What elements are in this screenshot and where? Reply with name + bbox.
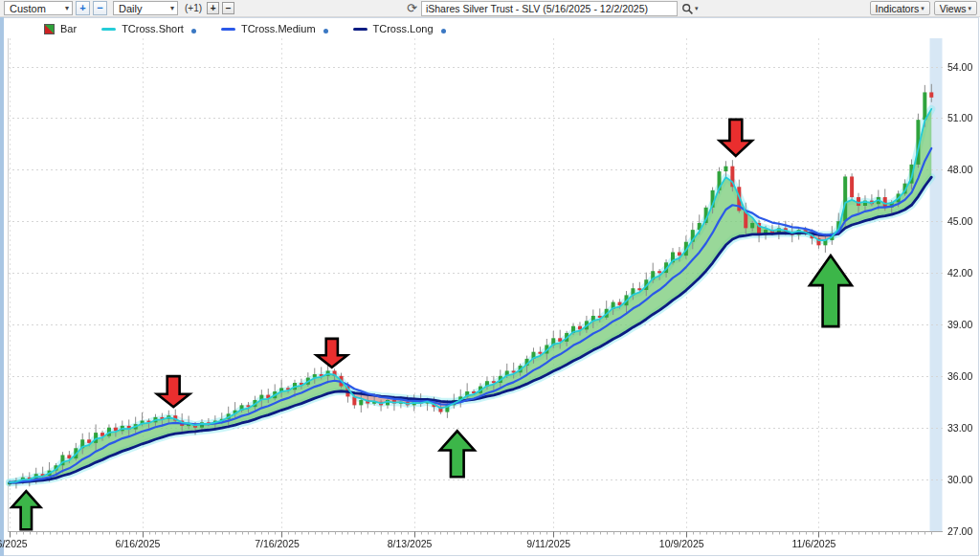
legend-item-bar[interactable]: Bar xyxy=(44,23,77,34)
y-axis-label: 39.00 xyxy=(947,319,972,330)
range-zoom-in-button[interactable]: + xyxy=(76,1,90,15)
y-axis-label: 51.00 xyxy=(947,112,972,123)
date-range-select[interactable]: Custom ▾ xyxy=(4,1,73,15)
chevron-down-icon: ▾ xyxy=(695,5,699,12)
chevron-down-icon: ▾ xyxy=(921,5,924,12)
price-chart-canvas[interactable] xyxy=(0,0,980,557)
bar-plus-button[interactable]: + xyxy=(207,2,219,14)
indicators-button[interactable]: Indicators ▾ xyxy=(870,1,930,15)
tcross-long-line-icon xyxy=(353,28,368,31)
symbol-search-button[interactable]: ▾ xyxy=(681,3,699,15)
y-axis-label: 42.00 xyxy=(947,267,972,278)
chevron-down-icon: ▾ xyxy=(968,5,971,12)
legend-item-tcross-medium[interactable]: TCross.Medium xyxy=(221,23,328,34)
y-axis-label: 33.00 xyxy=(947,422,972,434)
tcross-medium-line-icon xyxy=(221,28,235,31)
bar-series-icon xyxy=(44,24,55,34)
x-axis-label: 11/6/2025 xyxy=(791,538,835,549)
chevron-down-icon: ▾ xyxy=(170,5,174,12)
indicators-button-label: Indicators xyxy=(876,3,920,14)
toolbar-left-group: Custom ▾ + − Daily ▾ (+1) + − xyxy=(0,1,234,15)
period-value: Daily xyxy=(119,3,142,14)
y-axis-label: 54.00 xyxy=(947,61,972,73)
x-axis-label: 9/11/2025 xyxy=(526,538,570,549)
x-axis-label: 7/16/2025 xyxy=(255,538,300,549)
chevron-down-icon: ▾ xyxy=(65,5,69,12)
x-axis-label: 5/16/2025 xyxy=(0,538,28,549)
x-axis-label: 10/9/2025 xyxy=(659,538,704,549)
bar-offset-label: (+1) xyxy=(185,3,202,13)
chart-legend: Bar TCross.Short TCross.Medium TCross.Lo… xyxy=(44,22,446,35)
y-axis-label: 36.00 xyxy=(947,370,972,382)
x-axis-label: 6/16/2025 xyxy=(116,538,161,549)
legend-item-tcross-short[interactable]: TCross.Short xyxy=(101,23,196,34)
date-range-value: Custom xyxy=(10,3,46,14)
period-select[interactable]: Daily ▾ xyxy=(113,1,178,15)
charting-app-window: { "toolbar": { "range_select": "Custom",… xyxy=(0,0,980,557)
toolbar-center-group: ⟳ iShares Silver Trust - SLV (5/16/2025 … xyxy=(407,1,698,16)
search-icon xyxy=(681,3,694,15)
range-zoom-out-button[interactable]: − xyxy=(93,1,107,15)
legend-info-dot-icon[interactable] xyxy=(441,29,446,33)
views-button-label: Views xyxy=(940,3,967,14)
toolbar-right-group: Indicators ▾ Views ▾ xyxy=(870,1,977,15)
tcross-short-line-icon xyxy=(101,28,116,31)
y-axis-label: 45.00 xyxy=(947,215,972,227)
legend-info-dot-icon[interactable] xyxy=(191,29,196,33)
y-axis-label: 48.00 xyxy=(947,164,972,175)
legend-info-dot-icon[interactable] xyxy=(323,29,328,33)
legend-item-tcross-long[interactable]: TCross.Long xyxy=(353,23,446,34)
y-axis-label: 30.00 xyxy=(947,474,972,485)
symbol-input[interactable]: iShares Silver Trust - SLV (5/16/2025 - … xyxy=(421,1,678,16)
legend-short-label: TCross.Short xyxy=(122,23,184,34)
top-toolbar: Custom ▾ + − Daily ▾ (+1) + − ⟳ iShares … xyxy=(0,0,980,17)
y-axis-label: 27.00 xyxy=(947,525,972,537)
legend-medium-label: TCross.Medium xyxy=(241,23,316,34)
views-button[interactable]: Views ▾ xyxy=(934,1,977,15)
refresh-icon[interactable]: ⟳ xyxy=(407,2,417,14)
x-axis-label: 8/13/2025 xyxy=(388,538,433,549)
legend-long-label: TCross.Long xyxy=(373,23,434,34)
bar-minus-button[interactable]: − xyxy=(222,2,234,14)
legend-bar-label: Bar xyxy=(60,23,77,34)
